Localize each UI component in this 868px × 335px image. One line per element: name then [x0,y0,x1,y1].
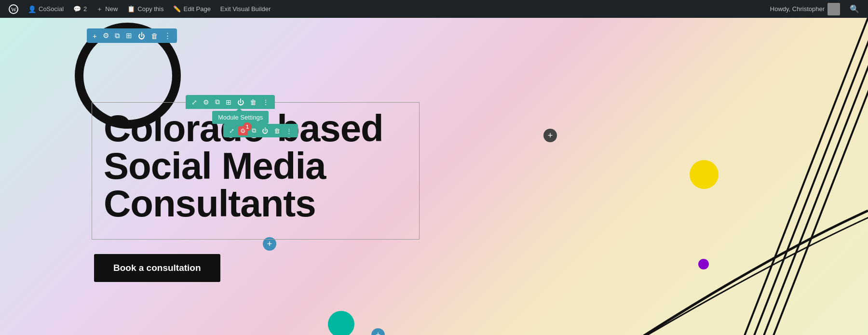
deco-purple-dot [698,259,709,269]
admin-bar: W 👤 CoSocial 💬 2 ＋ New 📋 Copy this ✏️ Ed… [0,0,868,18]
section-add-button[interactable]: + [91,31,99,41]
module-settings-button[interactable]: ⚙ [201,97,211,107]
page-canvas: + ⚙ ⧉ ⊞ ⏻ 🗑 ⋮ ⤢ ⚙ ⧉ ⊞ ⏻ 🗑 ⋮ Module Setti… [0,18,868,335]
canvas-add-button-center-bottom[interactable]: + [371,328,385,335]
new-button[interactable]: ＋ New [92,0,122,18]
module-toolbar: ⤢ ⚙ ⧉ ⊞ ⏻ 🗑 ⋮ [186,95,275,109]
section-toolbar: + ⚙ ⧉ ⊞ ⏻ 🗑 ⋮ [87,28,177,43]
howdy-menu[interactable]: Howdy, Christopher [765,3,845,15]
module-settings-tooltip: Module Settings [212,111,269,124]
site-name[interactable]: 👤 CoSocial [23,0,68,18]
canvas-add-button-bottom[interactable]: + [263,237,276,251]
module-delete-button[interactable]: 🗑 [248,97,258,107]
deco-yellow-dot [690,160,719,189]
module-columns-button[interactable]: ⊞ [224,97,233,107]
sub-delete-button[interactable]: 🗑 [272,126,282,135]
section-more-button[interactable]: ⋮ [162,30,173,41]
copy-this-button[interactable]: 📋 Copy this [122,0,168,18]
svg-text:W: W [11,6,17,13]
cta-button[interactable]: Book a consultation [94,254,220,282]
svg-line-2 [738,18,868,335]
section-columns-button[interactable]: ⊞ [124,30,134,41]
canvas-add-button-right[interactable]: + [543,129,557,142]
sub-duplicate-button[interactable]: ⧉ [250,126,258,135]
sub-settings-button[interactable]: ⚙ 1 [238,126,248,135]
admin-search-icon[interactable]: 🔍 [845,4,864,13]
section-delete-button[interactable]: 🗑 [149,31,160,41]
module-more-button[interactable]: ⋮ [260,97,271,107]
deco-teal-dot [328,311,354,335]
comments-link[interactable]: 💬 2 [68,0,92,18]
admin-bar-right: Howdy, Christopher 🔍 [765,3,864,15]
module-duplicate-button[interactable]: ⧉ [213,97,222,107]
sub-disable-button[interactable]: ⏻ [260,126,270,135]
section-disable-button[interactable]: ⏻ [136,31,147,41]
deco-lines-svg [617,18,868,335]
section-settings-button[interactable]: ⚙ [101,30,111,41]
sub-module-toolbar: ⤢ ⚙ 1 ⧉ ⏻ 🗑 ⋮ [223,124,298,137]
avatar [827,3,840,15]
module-move-button[interactable]: ⤢ [190,97,199,107]
exit-visual-builder-button[interactable]: Exit Visual Builder [216,0,276,18]
edit-page-button[interactable]: ✏️ Edit Page [168,0,215,18]
section-duplicate-button[interactable]: ⧉ [113,30,122,41]
wp-logo[interactable]: W [4,0,23,18]
sub-more-button[interactable]: ⋮ [284,126,294,135]
sub-move-button[interactable]: ⤢ [227,126,236,135]
module-disable-button[interactable]: ⏻ [235,97,246,107]
